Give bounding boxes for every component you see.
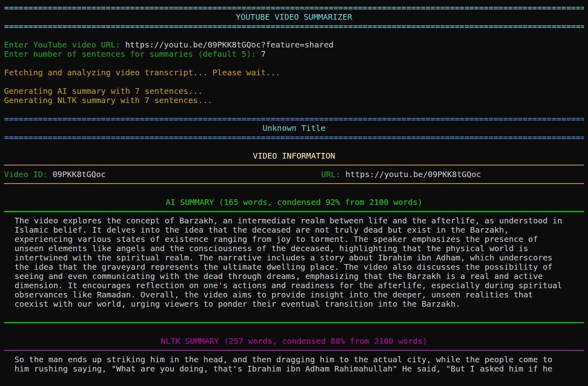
blank-line — [4, 309, 584, 318]
video-info-row: Video ID: 09PKK8tGQoc URL: https://youtu… — [4, 170, 584, 179]
video-id-label: Video ID: — [4, 170, 52, 179]
ai-summary-text: The video explores the concept of Barzak… — [14, 216, 566, 309]
title-separator: ========================================… — [4, 133, 584, 142]
ai-summary-rule-bottom — [4, 318, 584, 327]
prompt-url-value: https://youtu.be/09PKK8tGQoc?feature=sha… — [125, 40, 334, 50]
green-rule-line — [4, 211, 584, 212]
nltk-summary-rule — [4, 346, 584, 355]
blank-line — [4, 142, 584, 151]
video-id-cell: Video ID: 09PKK8tGQoc — [4, 170, 321, 179]
terminal-window: ========================================… — [0, 0, 588, 386]
prompt-sentences-label: Enter number of sentences for summaries … — [4, 50, 261, 59]
video-url-cell: URL: https://youtu.be/09PKK8tGQoc — [321, 170, 481, 179]
ai-summary-heading: AI SUMMARY (165 words, condensed 92% fro… — [4, 198, 584, 207]
blank-line — [4, 105, 584, 114]
title-separator: ========================================… — [4, 114, 584, 124]
top-separator: ========================================… — [4, 22, 584, 31]
prompt-sentences-line: Enter number of sentences for summaries … — [4, 50, 584, 59]
video-info-rule-bottom — [4, 179, 584, 188]
yellow-rule-line — [4, 183, 584, 184]
blank-line — [4, 77, 584, 87]
status-fetching: Fetching and analyzing video transcript.… — [4, 68, 584, 77]
yellow-rule-line — [4, 165, 584, 165]
blank-line — [4, 188, 584, 198]
video-info-rule-top — [4, 161, 584, 170]
video-info-heading: VIDEO INFORMATION — [4, 151, 584, 161]
nltk-summary-text: So the man ends up striking him in the h… — [14, 355, 566, 374]
ai-summary-rule-top — [4, 207, 584, 216]
video-id-value: 09PKK8tGQoc — [52, 170, 105, 179]
nltk-summary-heading: NLTK SUMMARY (257 words, condensed 88% f… — [4, 336, 584, 346]
status-generating-ai: Generating AI summary with 7 sentences..… — [4, 87, 584, 96]
prompt-sentences-value: 7 — [261, 50, 266, 59]
prompt-url-line: Enter YouTube video URL: https://youtu.b… — [4, 40, 584, 50]
status-generating-nltk: Generating NLTK summary with 7 sentences… — [4, 96, 584, 105]
video-url-value: https://youtu.be/09PKK8tGQoc — [345, 170, 481, 179]
top-separator: ========================================… — [4, 3, 584, 12]
video-title: Unknown Title — [4, 124, 584, 133]
app-title: YOUTUBE VIDEO SUMMARIZER — [4, 12, 584, 22]
blank-line — [4, 327, 584, 336]
blank-line — [4, 59, 584, 68]
green-rule-line — [4, 322, 584, 323]
prompt-url-label: Enter YouTube video URL: — [4, 40, 125, 50]
blank-line — [4, 31, 584, 40]
video-url-label: URL: — [321, 170, 345, 179]
purple-rule-line — [4, 350, 584, 351]
